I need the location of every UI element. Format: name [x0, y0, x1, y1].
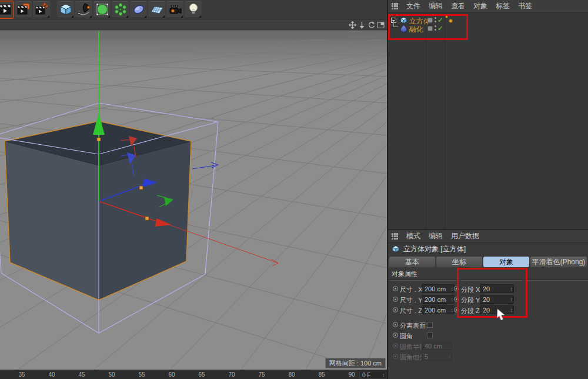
- layer-toggle[interactable]: [427, 26, 433, 31]
- floor-environment-button[interactable]: [148, 1, 165, 18]
- segments-y-input[interactable]: 20 ↕: [480, 295, 514, 304]
- size-z-row: 尺寸 . Z 200 cm ↕ 分段 Z 20 ↕: [388, 305, 588, 315]
- spline-pen-icon: [77, 2, 91, 16]
- timeline-tick: 50: [108, 371, 115, 378]
- object-name-melt[interactable]: 融化: [409, 25, 423, 35]
- pan-view-icon[interactable]: [348, 21, 356, 29]
- separate-surfaces-label: 分离表面: [400, 321, 426, 330]
- dropdown-indicator: [199, 15, 201, 18]
- animation-dot-icon[interactable]: [393, 307, 398, 312]
- tag-dot-icon[interactable]: [445, 15, 448, 18]
- fillet-radius-input: 40 cm: [422, 341, 452, 350]
- render-picture-viewer-icon: [16, 2, 31, 16]
- size-z-value: 200 cm: [425, 307, 446, 314]
- fillet-subdivision-value: 5: [425, 353, 428, 360]
- rotate-view-icon[interactable]: [367, 21, 375, 29]
- object-manager: 文件 编辑 查看 对象 标签 书签 立方体 ✓: [388, 0, 588, 229]
- animation-dot-icon[interactable]: [393, 297, 398, 302]
- dropdown-indicator: [89, 15, 92, 18]
- tab-phong[interactable]: 平滑着色(Phong): [530, 257, 587, 267]
- om-menu-view[interactable]: 查看: [451, 1, 465, 11]
- dropdown-indicator: [108, 15, 110, 18]
- enable-checkmark-icon[interactable]: ✓: [437, 16, 443, 24]
- separate-surfaces-checkbox[interactable]: [427, 322, 433, 328]
- tab-object[interactable]: 对象: [483, 257, 529, 267]
- timeline-tick: 80: [288, 371, 295, 378]
- om-menu-objects[interactable]: 对象: [473, 1, 487, 11]
- render-settings-button[interactable]: [33, 1, 50, 18]
- stepper-icon[interactable]: ↕: [510, 285, 513, 293]
- attribute-title: 立方体对象 [立方体]: [403, 244, 466, 254]
- am-menu-mode[interactable]: 模式: [406, 231, 420, 241]
- stepper-icon[interactable]: ↕: [451, 306, 454, 314]
- size-x-input[interactable]: 200 cm ↕: [422, 284, 455, 293]
- subdivision-surface-button[interactable]: [93, 1, 111, 18]
- stepper-icon[interactable]: ↕: [451, 285, 454, 293]
- animation-dot-icon[interactable]: [393, 322, 398, 327]
- panel-grid-icon[interactable]: [392, 233, 398, 240]
- om-menu-tags[interactable]: 标签: [496, 1, 510, 11]
- grid-spacing-label: 网格间距 : 100 cm: [325, 358, 386, 368]
- deformer-button[interactable]: [130, 1, 147, 18]
- enable-checkmark-icon[interactable]: ✓: [437, 24, 443, 32]
- object-properties-section: 对象属性: [388, 269, 588, 280]
- animation-dot-icon[interactable]: [454, 307, 459, 312]
- toggle-view-icon[interactable]: [376, 21, 385, 29]
- layer-toggle[interactable]: [427, 18, 433, 23]
- dolly-view-icon[interactable]: [358, 21, 366, 29]
- current-frame-field[interactable]: 0 F ↕: [359, 371, 386, 378]
- right-panel: 文件 编辑 查看 对象 标签 书签 立方体 ✓: [387, 0, 588, 379]
- segments-z-value: 20: [483, 307, 490, 314]
- visibility-dots[interactable]: [435, 25, 436, 32]
- tab-basic[interactable]: 基本: [389, 257, 435, 267]
- segments-x-value: 20: [483, 285, 490, 292]
- editor-left-area: 网格间距 : 100 cm 35 40 45 50 55 60 65 70 75…: [0, 0, 387, 379]
- animation-dot-icon[interactable]: [393, 333, 398, 338]
- tag-dot-icon[interactable]: [449, 19, 453, 23]
- am-menu-edit[interactable]: 编辑: [429, 231, 443, 241]
- size-y-input[interactable]: 200 cm ↕: [422, 295, 455, 304]
- segments-x-input[interactable]: 20 ↕: [480, 284, 514, 293]
- tab-coord[interactable]: 坐标: [436, 257, 482, 267]
- timeline-tick: 45: [78, 371, 85, 378]
- cube-primitive-button[interactable]: [57, 1, 74, 18]
- render-picture-viewer-button[interactable]: [15, 1, 32, 18]
- size-z-input[interactable]: 200 cm ↕: [422, 305, 455, 314]
- stepper-icon[interactable]: ↕: [510, 306, 513, 314]
- mouse-cursor-icon: [496, 308, 507, 321]
- stepper-icon[interactable]: ↕: [510, 295, 513, 304]
- om-column-divider: [426, 13, 426, 229]
- animation-dot-icon[interactable]: [393, 286, 398, 291]
- timeline-tick: 40: [48, 371, 55, 378]
- light-button[interactable]: [185, 1, 202, 18]
- panel-grid-icon[interactable]: [392, 3, 398, 9]
- dropdown-indicator: [144, 15, 146, 18]
- tree-row-melt[interactable]: 融化 ✓: [388, 24, 588, 33]
- frame-stepper-icon[interactable]: ↕: [382, 371, 385, 379]
- stepper-icon[interactable]: ↕: [451, 295, 454, 304]
- attribute-manager: 模式 编辑 用户数据 立方体对象 [立方体] 基本 坐标 对象 平滑着色(Pho…: [388, 229, 588, 379]
- fillet-row: 圆角: [388, 330, 588, 341]
- timeline-ruler[interactable]: 35 40 45 50 55 60 65 70 75 80 85 90 0 F …: [0, 370, 387, 379]
- viewport-3d[interactable]: 网格间距 : 100 cm: [0, 31, 387, 370]
- fillet-checkbox[interactable]: [427, 333, 433, 338]
- timeline-tick: 90: [348, 371, 355, 378]
- animation-dot-icon[interactable]: [454, 297, 459, 302]
- cube-object-icon: [400, 16, 407, 24]
- fillet-subdivision-row: 圆角细分 5 ↕: [388, 351, 588, 362]
- subdivision-surface-icon: [95, 2, 109, 16]
- om-menu-edit[interactable]: 编辑: [429, 1, 443, 11]
- render-view-button[interactable]: [0, 1, 14, 18]
- spline-pen-button[interactable]: [75, 1, 92, 18]
- am-menu-userdata[interactable]: 用户数据: [451, 231, 479, 241]
- om-menu-file[interactable]: 文件: [406, 1, 420, 11]
- viewport-scene: [0, 31, 387, 370]
- object-manager-menu: 文件 编辑 查看 对象 标签 书签: [388, 0, 588, 13]
- animation-dot-icon[interactable]: [454, 286, 459, 291]
- tree-row-cube[interactable]: 立方体 ✓: [388, 16, 588, 25]
- camera-button[interactable]: [166, 1, 183, 18]
- visibility-dots[interactable]: [435, 17, 436, 24]
- dropdown-indicator: [126, 15, 128, 18]
- array-modeling-button[interactable]: [112, 1, 129, 18]
- om-menu-bookmarks[interactable]: 书签: [518, 1, 532, 11]
